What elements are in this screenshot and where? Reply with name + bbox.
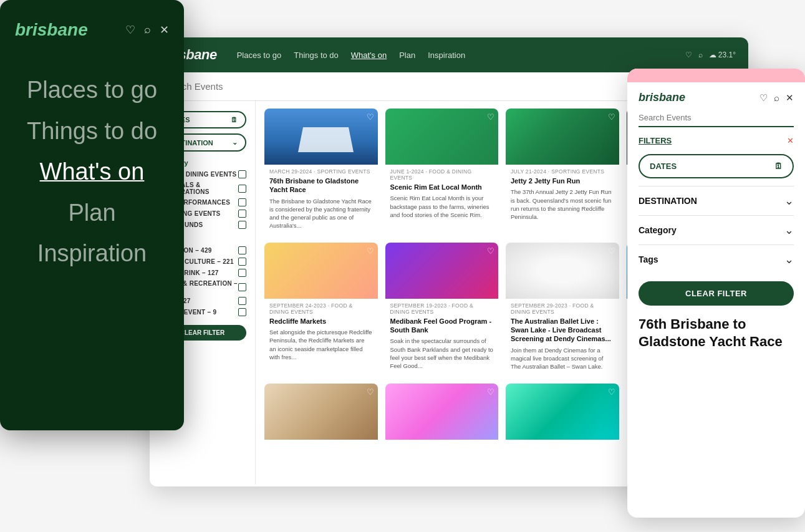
search-icon[interactable]: ⌕: [698, 51, 703, 59]
like-icon[interactable]: ♡: [608, 387, 615, 397]
drawer-header: brisbane ♡ ⌕ ✕: [15, 20, 169, 40]
event-card-yacht[interactable]: ♡ MARCH 29-2024 · SPORTING EVENTS 76th B…: [264, 109, 378, 235]
panel-destination-chevron: ⌄: [784, 194, 794, 208]
event-image-medibank: ♡: [385, 243, 499, 299]
checkbox-sport[interactable]: [238, 210, 246, 218]
event-desc: Set alongside the picturesque Redcliffe …: [269, 328, 373, 361]
event-date: JULY 21-2024 · SPORTING EVENTS: [511, 168, 614, 175]
like-icon[interactable]: ♡: [608, 246, 615, 256]
drawer-heart-icon[interactable]: ♡: [125, 23, 135, 37]
checkbox-food[interactable]: [238, 170, 246, 178]
panel-clear-filter-button[interactable]: CLEAR FILTER: [639, 281, 794, 306]
event-desc: Scenic Rim Eat Local Month is your backs…: [390, 194, 494, 219]
drawer-icons: ♡ ⌕ ✕: [125, 23, 169, 37]
drawer-close-icon[interactable]: ✕: [160, 23, 169, 37]
filters-close-icon[interactable]: ✕: [787, 136, 794, 145]
event-card-g1[interactable]: ♡: [264, 384, 378, 457]
event-card-g2[interactable]: ♡: [385, 384, 499, 457]
event-card-scenic[interactable]: ♡ JUNE 1-2024 · FOOD & DINING EVENTS Sce…: [385, 109, 499, 235]
event-title: Medibank Feel Good Program - South Bank: [390, 317, 494, 335]
event-card-jetty[interactable]: ♡ JULY 21-2024 · SPORTING EVENTS Jetty 2…: [506, 109, 619, 235]
panel-search-icon[interactable]: ⌕: [774, 92, 779, 104]
panel-featured-event-title: 76th Brisbane to Gladstone Yacht Race: [639, 316, 794, 350]
like-icon[interactable]: ♡: [487, 246, 494, 256]
panel-top-accent: [627, 69, 805, 82]
checkbox-eat[interactable]: [238, 269, 246, 277]
panel-dates-button[interactable]: DATES 🗓: [639, 154, 794, 178]
panel-dates-label: DATES: [650, 162, 677, 171]
panel-close-icon[interactable]: ✕: [786, 92, 794, 104]
drawer-nav-places[interactable]: Places to go: [15, 70, 169, 111]
panel-category-section[interactable]: Category ⌄: [639, 215, 794, 244]
drawer-nav-whatson[interactable]: What's on: [15, 152, 169, 193]
site-nav: Places to go Things to do What's on Plan…: [237, 51, 665, 60]
event-date: SEPTEMBER 24-2023 · FOOD & DINING EVENTS: [269, 302, 373, 315]
panel-calendar-icon: 🗓: [774, 162, 783, 171]
checkbox-city[interactable]: [238, 221, 246, 229]
event-image-market: ♡: [264, 243, 378, 299]
checkbox-whatson[interactable]: [238, 246, 246, 254]
drawer-search-icon[interactable]: ⌕: [144, 23, 151, 37]
event-desc: [269, 443, 373, 452]
panel-category-chevron: ⌄: [784, 223, 794, 237]
weather-icon: ☁ 23.1°: [709, 51, 736, 59]
drawer-nav-things[interactable]: Things to do: [15, 111, 169, 152]
event-desc: [511, 443, 614, 452]
event-date: SEPTEMBER 29-2023 · FOOD & DINING EVENTS: [511, 302, 614, 315]
site-header: brisbane Places to go Things to do What'…: [150, 37, 748, 72]
heart-icon[interactable]: ♡: [685, 51, 692, 59]
filters-label: FILTERS: [639, 136, 672, 145]
like-icon[interactable]: ♡: [367, 387, 374, 397]
checkbox-live[interactable]: [238, 198, 246, 206]
like-icon[interactable]: ♡: [367, 246, 374, 256]
panel-icons: ♡ ⌕ ✕: [759, 92, 794, 104]
panel-search-input[interactable]: [639, 109, 794, 127]
panel-tags-label: Tags: [639, 254, 658, 264]
nav-whatson[interactable]: What's on: [351, 51, 387, 60]
event-desc: [390, 443, 494, 452]
drawer-nav-inspiration[interactable]: Inspiration: [15, 233, 169, 274]
nav-places[interactable]: Places to go: [237, 51, 282, 60]
event-card-g3[interactable]: ♡: [506, 384, 619, 457]
event-image-g1: ♡: [264, 384, 378, 440]
event-image-ballet: ♡: [506, 243, 619, 299]
event-card-ballet[interactable]: ♡ SEPTEMBER 29-2023 · FOOD & DINING EVEN…: [506, 243, 619, 376]
event-image-yacht: ♡: [264, 109, 378, 165]
event-title: The Australian Ballet Live : Swan Lake -…: [511, 317, 614, 344]
drawer-nav-plan[interactable]: Plan: [15, 193, 169, 234]
drawer-nav: Places to go Things to do What's on Plan…: [15, 70, 169, 274]
right-filter-panel: brisbane ♡ ⌕ ✕ FILTERS ✕ DATES 🗓 DESTINA…: [627, 69, 805, 518]
event-card-market[interactable]: ♡ SEPTEMBER 24-2023 · FOOD & DINING EVEN…: [264, 243, 378, 376]
event-desc: The Brisbane to Gladstone Yacht Race is …: [269, 197, 373, 230]
panel-tags-section[interactable]: Tags ⌄: [639, 244, 794, 274]
event-card-medibank[interactable]: ♡ SEPTEMBER 19-2023 · FOOD & DINING EVEN…: [385, 243, 499, 376]
checkbox-free[interactable]: [238, 297, 246, 305]
event-image-g3: ♡: [506, 384, 619, 440]
panel-destination-section[interactable]: DESTINATION ⌄: [639, 186, 794, 215]
event-date: SEPTEMBER 19-2023 · FOOD & DINING EVENTS: [390, 302, 494, 315]
panel-body: brisbane ♡ ⌕ ✕ FILTERS ✕ DATES 🗓 DESTINA…: [627, 82, 805, 359]
like-icon[interactable]: ♡: [487, 387, 494, 397]
checkbox-sport-rec[interactable]: [238, 283, 246, 291]
drawer-logo: brisbane: [15, 20, 88, 40]
checkbox-festivals[interactable]: [238, 185, 246, 193]
nav-things[interactable]: Things to do: [294, 51, 339, 60]
event-title: 76th Brisbane to Gladstone Yacht Race: [269, 177, 373, 195]
event-date: MARCH 29-2024 · SPORTING EVENTS: [269, 168, 373, 175]
panel-logo: brisbane: [639, 91, 685, 104]
event-image-jetty: ♡: [506, 109, 619, 165]
event-title: Redcliffe Markets: [269, 317, 373, 326]
like-icon[interactable]: ♡: [608, 112, 615, 122]
event-desc: Soak in the spectacular surrounds of Sou…: [390, 337, 494, 370]
checkbox-arts[interactable]: [238, 258, 246, 266]
panel-heart-icon[interactable]: ♡: [759, 92, 768, 104]
like-icon[interactable]: ♡: [367, 112, 374, 122]
nav-inspiration[interactable]: Inspiration: [428, 51, 465, 60]
nav-plan[interactable]: Plan: [399, 51, 415, 60]
like-icon[interactable]: ♡: [487, 112, 494, 122]
panel-header: brisbane ♡ ⌕ ✕: [639, 91, 794, 104]
checkbox-major[interactable]: [238, 308, 246, 316]
panel-destination-label: DESTINATION: [639, 196, 697, 206]
event-image-scenic: ♡: [385, 109, 499, 165]
filters-header: FILTERS ✕: [639, 136, 794, 145]
